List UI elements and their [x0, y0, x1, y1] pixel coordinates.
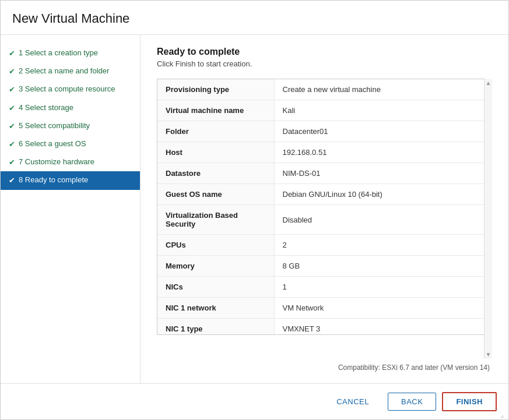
- table-row: NIC 1 typeVMXNET 3: [157, 319, 492, 336]
- table-cell-value: Datacenter01: [274, 121, 492, 142]
- dialog-footer: CANCEL BACK FINISH: [1, 383, 508, 419]
- table-row: Virtual machine nameKali: [157, 100, 492, 121]
- table-cell-label: CPUs: [157, 235, 274, 256]
- table-cell-value: VM Network: [274, 298, 492, 319]
- table-cell-label: NIC 1 type: [157, 319, 274, 336]
- check-icon-step4: ✔: [9, 103, 15, 114]
- table-cell-value: Debian GNU/Linux 10 (64-bit): [274, 184, 492, 205]
- table-cell-value: Disabled: [274, 205, 492, 235]
- table-cell-label: Memory: [157, 256, 274, 277]
- sidebar-item-step8: ✔8 Ready to complete: [1, 171, 140, 189]
- check-icon-step2: ✔: [9, 66, 15, 77]
- table-cell-label: Host: [157, 142, 274, 163]
- table-cell-label: Virtual machine name: [157, 100, 274, 121]
- dialog-body: ✔1 Select a creation type✔2 Select a nam…: [1, 35, 508, 383]
- table-cell-value: Kali: [274, 100, 492, 121]
- table-row: CPUs2: [157, 235, 492, 256]
- sidebar-item-step4[interactable]: ✔4 Select storage: [1, 99, 140, 117]
- main-content: Ready to complete Click Finish to start …: [141, 35, 508, 383]
- scroll-up-icon[interactable]: ▲: [486, 80, 492, 86]
- table-cell-label: Provisioning type: [157, 79, 274, 100]
- summary-table: Provisioning typeCreate a new virtual ma…: [157, 79, 492, 335]
- dialog-header: New Virtual Machine: [1, 1, 508, 35]
- table-cell-value: Create a new virtual machine: [274, 79, 492, 100]
- table-cell-label: NICs: [157, 277, 274, 298]
- sidebar-label-step4: 4 Select storage: [19, 103, 132, 113]
- sidebar-label-step3: 3 Select a compute resource: [19, 84, 132, 94]
- sidebar-item-step6[interactable]: ✔6 Select a guest OS: [1, 135, 140, 153]
- cancel-button[interactable]: CANCEL: [324, 393, 382, 410]
- check-icon-step3: ✔: [9, 84, 15, 95]
- table-row: Guest OS nameDebian GNU/Linux 10 (64-bit…: [157, 184, 492, 205]
- sidebar-item-step3[interactable]: ✔3 Select a compute resource: [1, 80, 140, 98]
- table-cell-value: 8 GB: [274, 256, 492, 277]
- table-row: NICs1: [157, 277, 492, 298]
- scrollbar: ▲ ▼: [484, 79, 492, 359]
- finish-button[interactable]: FINISH: [442, 392, 497, 411]
- compatibility-text: Compatibility: ESXi 6.7 and later (VM ve…: [157, 363, 492, 372]
- sidebar-label-step8: 8 Ready to complete: [19, 175, 132, 185]
- back-button[interactable]: BACK: [388, 393, 436, 411]
- table-row: DatastoreNIM-DS-01: [157, 163, 492, 184]
- summary-table-wrapper: Provisioning typeCreate a new virtual ma…: [157, 79, 492, 335]
- check-icon-step6: ✔: [9, 139, 15, 150]
- table-row: Host192.168.0.51: [157, 142, 492, 163]
- table-row: Virtualization Based SecurityDisabled: [157, 205, 492, 235]
- sidebar: ✔1 Select a creation type✔2 Select a nam…: [1, 35, 141, 383]
- table-cell-label: NIC 1 network: [157, 298, 274, 319]
- table-row: FolderDatacenter01: [157, 121, 492, 142]
- table-cell-value: 2: [274, 235, 492, 256]
- sidebar-label-step1: 1 Select a creation type: [19, 48, 132, 58]
- table-row: NIC 1 networkVM Network: [157, 298, 492, 319]
- check-icon-step1: ✔: [9, 48, 15, 59]
- table-cell-value: 1: [274, 277, 492, 298]
- check-icon-step8: ✔: [9, 175, 15, 186]
- check-icon-step7: ✔: [9, 157, 15, 168]
- table-cell-value: 192.168.0.51: [274, 142, 492, 163]
- sidebar-label-step5: 5 Select compatibility: [19, 121, 132, 131]
- table-cell-label: Guest OS name: [157, 184, 274, 205]
- sidebar-item-step7[interactable]: ✔7 Customize hardware: [1, 153, 140, 171]
- table-cell-value: VMXNET 3: [274, 319, 492, 336]
- scroll-down-icon[interactable]: ▼: [486, 351, 492, 358]
- table-cell-label: Folder: [157, 121, 274, 142]
- table-cell-label: Virtualization Based Security: [157, 205, 274, 235]
- sidebar-item-step5[interactable]: ✔5 Select compatibility: [1, 117, 140, 135]
- sidebar-item-step2[interactable]: ✔2 Select a name and folder: [1, 62, 140, 80]
- table-cell-label: Datastore: [157, 163, 274, 184]
- table-row: Memory8 GB: [157, 256, 492, 277]
- section-title: Ready to complete: [157, 47, 492, 57]
- sidebar-item-step1[interactable]: ✔1 Select a creation type: [1, 44, 140, 62]
- resize-handle[interactable]: ⌟: [500, 411, 507, 418]
- section-subtitle: Click Finish to start creation.: [157, 59, 492, 68]
- new-vm-dialog: New Virtual Machine ✔1 Select a creation…: [0, 0, 509, 420]
- sidebar-label-step2: 2 Select a name and folder: [19, 66, 132, 76]
- table-cell-value: NIM-DS-01: [274, 163, 492, 184]
- sidebar-label-step6: 6 Select a guest OS: [19, 139, 132, 149]
- dialog-title: New Virtual Machine: [12, 11, 497, 26]
- check-icon-step5: ✔: [9, 121, 15, 132]
- table-row: Provisioning typeCreate a new virtual ma…: [157, 79, 492, 100]
- sidebar-label-step7: 7 Customize hardware: [19, 157, 132, 167]
